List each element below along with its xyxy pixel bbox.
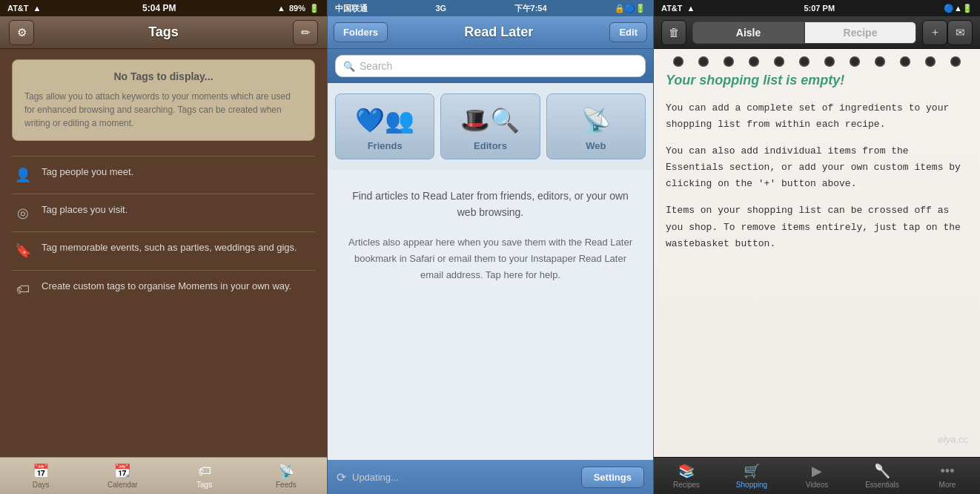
calendar-grid-icon: 📆 bbox=[114, 463, 130, 479]
shopping-icon: 🛒 bbox=[744, 463, 760, 479]
status-bar-left-1: AT&T ▲ bbox=[7, 4, 41, 13]
hole-3 bbox=[724, 56, 734, 67]
location-icon: ◎ bbox=[15, 204, 31, 223]
tab-feeds[interactable]: 📡 Feeds bbox=[245, 458, 327, 494]
mail-button[interactable]: ✉ bbox=[947, 20, 973, 45]
hole-11 bbox=[925, 56, 936, 67]
readlater-bottom-bar: ⟳ Updating... Settings bbox=[328, 460, 653, 494]
folders-button[interactable]: Folders bbox=[334, 22, 388, 42]
recipe-tab-button[interactable]: Recipe bbox=[804, 22, 916, 44]
readlater-desc-secondary[interactable]: Articles also appear here when you save … bbox=[342, 234, 638, 283]
status-bar-right-1: ▲ 89% 🔋 bbox=[277, 4, 320, 13]
status-bar-3: AT&T ▲ 5:07 PM 🔵▲🔋 bbox=[654, 0, 980, 16]
shopping-desc-3: Items on your shopping list can be cross… bbox=[666, 202, 968, 251]
updating-label: Updating... bbox=[352, 472, 399, 483]
person-icon: 👤 bbox=[15, 166, 31, 185]
tab-tags[interactable]: 🏷 Tags bbox=[164, 458, 245, 494]
readlater-panel: 中国联通 3G 下午7:54 🔒🔵🔋 Folders Read Later Ed… bbox=[327, 0, 654, 494]
tab-calendar[interactable]: 📆 Calendar bbox=[82, 458, 163, 494]
add-button[interactable]: ＋ bbox=[922, 20, 947, 45]
feeds-icon: 📡 bbox=[278, 463, 294, 479]
wifi-icon-3: ▲ bbox=[687, 4, 695, 13]
time-3: 5:07 PM bbox=[804, 4, 835, 13]
tab-recipes[interactable]: 📚 Recipes bbox=[654, 458, 719, 494]
more-icon: ••• bbox=[941, 464, 955, 479]
settings-button[interactable]: ⚙ bbox=[9, 20, 34, 45]
bottom-tab-bar-tags: 📅 Days 📆 Calendar 🏷 Tags 📡 Feeds bbox=[0, 457, 327, 494]
shopping-nav-tabs: Aisle Recipe bbox=[686, 22, 922, 44]
network-2: 3G bbox=[435, 4, 446, 13]
status-bar-1: AT&T ▲ 5:04 PM ▲ 89% 🔋 bbox=[0, 0, 327, 16]
editors-category-button[interactable]: 🎩🔍 Editors bbox=[440, 93, 540, 159]
hole-12 bbox=[950, 56, 961, 67]
hole-2 bbox=[698, 56, 709, 67]
tags-content: No Tags to display... Tags allow you to … bbox=[0, 49, 327, 457]
tab-essentials[interactable]: 🥄 Essentials bbox=[850, 458, 915, 494]
carrier-2: 中国联通 bbox=[335, 3, 368, 14]
bookmark-icon: 🔖 bbox=[15, 242, 31, 260]
wifi-icon-1: ▲ bbox=[33, 4, 42, 13]
shopping-empty-title: Your shopping list is empty! bbox=[666, 73, 968, 88]
status-right-3: 🔵▲🔋 bbox=[944, 4, 973, 13]
shopping-desc-1: You can add a complete set of ingredient… bbox=[666, 100, 968, 133]
friends-icon: 💙👥 bbox=[355, 106, 414, 134]
tags-empty-title: No Tags to display... bbox=[24, 70, 302, 82]
readlater-categories: 💙👥 Friends 🎩🔍 Editors 📡 Web bbox=[328, 83, 653, 170]
tab-days-label: Days bbox=[33, 481, 50, 489]
edit-button-tags[interactable]: ✏ bbox=[293, 20, 318, 45]
tab-tags-label: Tags bbox=[196, 481, 212, 489]
hole-7 bbox=[824, 56, 835, 67]
aisle-tab-button[interactable]: Aisle bbox=[692, 22, 804, 44]
search-icon: 🔍 bbox=[343, 61, 355, 72]
settings-button-readlater[interactable]: Settings bbox=[581, 467, 644, 488]
battery-icon-1: 🔋 bbox=[309, 4, 320, 13]
trash-button[interactable]: 🗑 bbox=[661, 20, 686, 45]
tab-more[interactable]: ••• More bbox=[915, 458, 980, 494]
web-category-button[interactable]: 📡 Web bbox=[546, 93, 646, 159]
battery-icon-2: 🔒🔵🔋 bbox=[615, 4, 646, 13]
readlater-description: Find articles to Read Later from friends… bbox=[328, 170, 653, 460]
page-title-tags: Tags bbox=[148, 24, 179, 40]
time-2: 下午7:54 bbox=[514, 3, 547, 14]
tags-empty-description: Tags allow you to attach keywords to you… bbox=[24, 90, 302, 130]
calendar-icon: 📅 bbox=[33, 463, 49, 479]
notepad-holes bbox=[666, 56, 968, 67]
tab-days[interactable]: 📅 Days bbox=[0, 458, 82, 494]
hole-1 bbox=[673, 56, 683, 67]
tab-recipes-label: Recipes bbox=[673, 481, 700, 489]
list-item: 👤 Tag people you meet. bbox=[12, 156, 315, 194]
shopping-desc-2: You can also add individual items from t… bbox=[666, 143, 968, 192]
carrier-1: AT&T bbox=[7, 4, 29, 13]
feature-text-4: Create custom tags to organise Moments i… bbox=[42, 280, 291, 293]
wifi-icon-top-3: 🔵▲🔋 bbox=[944, 4, 973, 13]
edit-button-readlater[interactable]: Edit bbox=[609, 22, 647, 42]
tab-videos[interactable]: ▶ Videos bbox=[784, 458, 850, 494]
search-bar[interactable]: 🔍 Search bbox=[335, 55, 646, 77]
videos-icon: ▶ bbox=[812, 463, 822, 479]
essentials-icon: 🥄 bbox=[874, 463, 890, 479]
feature-text-2: Tag places you visit. bbox=[42, 203, 128, 217]
readlater-desc-main: Find articles to Read Later from friends… bbox=[342, 188, 638, 221]
recipes-icon: 📚 bbox=[678, 463, 695, 479]
tab-shopping[interactable]: 🛒 Shopping bbox=[719, 458, 784, 494]
feature-text-1: Tag people you meet. bbox=[42, 165, 133, 179]
friends-category-button[interactable]: 💙👥 Friends bbox=[335, 93, 434, 159]
search-placeholder: Search bbox=[360, 60, 392, 72]
tags-empty-card: No Tags to display... Tags allow you to … bbox=[12, 59, 315, 141]
nav-bar-shopping: 🗑 Aisle Recipe ＋ ✉ bbox=[654, 16, 980, 49]
tab-essentials-label: Essentials bbox=[865, 481, 899, 489]
hole-8 bbox=[850, 56, 860, 67]
battery-1: 89% bbox=[289, 4, 305, 13]
location-icon-1: ▲ bbox=[277, 4, 285, 13]
time-1: 5:04 PM bbox=[142, 3, 176, 13]
nav-bar-readlater: Folders Read Later Edit bbox=[328, 16, 653, 49]
editors-label: Editors bbox=[474, 140, 507, 151]
page-title-readlater: Read Later bbox=[464, 24, 533, 40]
tags-panel: AT&T ▲ 5:04 PM ▲ 89% 🔋 ⚙ Tags ✏ No Tags … bbox=[0, 0, 327, 494]
status-left-3: AT&T ▲ bbox=[661, 4, 695, 13]
list-item: 🏷 Create custom tags to organise Moments… bbox=[12, 270, 315, 308]
shopping-content: Your shopping list is empty! You can add… bbox=[654, 49, 980, 457]
nav-bar-tags: ⚙ Tags ✏ bbox=[0, 16, 327, 49]
hole-10 bbox=[900, 56, 910, 67]
hole-5 bbox=[774, 56, 784, 67]
